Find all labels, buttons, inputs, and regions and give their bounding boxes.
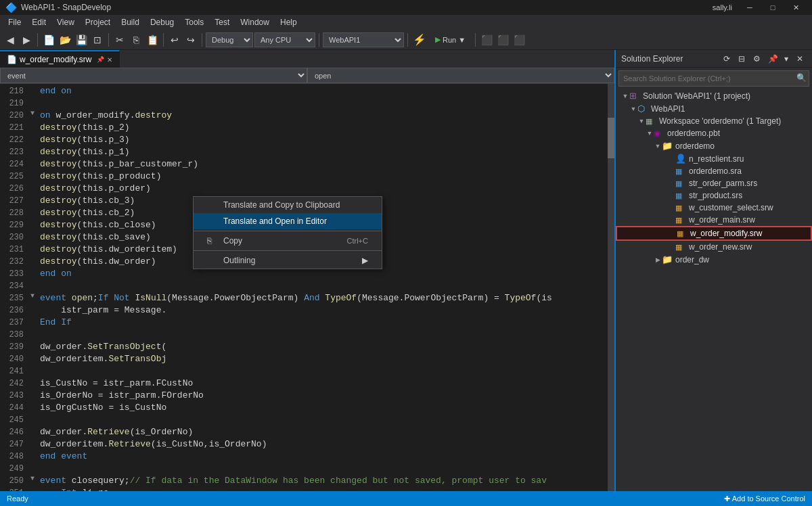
se-sync-btn[interactable]: ⟳ bbox=[720, 52, 734, 66]
tree-item-orderdemosra[interactable]: ▶ ▦ orderdemo.sra bbox=[616, 165, 812, 177]
folder-icon: 📁 bbox=[662, 141, 673, 151]
sru-icon: 👤 bbox=[675, 154, 686, 164]
se-chevron-btn[interactable]: ▾ bbox=[780, 52, 793, 66]
ctx-outlining-label: Outlining bbox=[223, 256, 255, 265]
orderdemo-label: orderdemo bbox=[675, 141, 715, 151]
cut-button[interactable]: ✂ bbox=[112, 32, 127, 47]
code-line: 218 end on bbox=[0, 85, 614, 97]
scope-dropdown[interactable]: event bbox=[0, 68, 307, 83]
strproduct-label: str_product.srs bbox=[689, 191, 742, 200]
solution-arrow: ▼ bbox=[621, 93, 629, 99]
vertical-scrollbar[interactable] bbox=[608, 84, 614, 491]
editor-tab-active[interactable]: 📄 w_order_modify.srw 📌 ✕ bbox=[0, 50, 120, 68]
scrollbar-thumb[interactable] bbox=[608, 118, 614, 158]
pbt-label: orderdemo.pbt bbox=[667, 129, 720, 138]
forward-button[interactable]: ▶ bbox=[19, 32, 34, 47]
undo-button[interactable]: ↩ bbox=[167, 32, 182, 47]
tree-item-wordermain[interactable]: ▶ ▦ w_order_main.srw bbox=[616, 214, 812, 226]
open-button[interactable]: 📂 bbox=[58, 32, 72, 47]
menu-edit[interactable]: Edit bbox=[26, 16, 51, 28]
status-right: ✚ Add to Source Control bbox=[724, 495, 805, 503]
orderdw-arrow: ▶ bbox=[654, 256, 662, 263]
nrestclient-label: n_restclient.sru bbox=[689, 154, 744, 164]
new-button[interactable]: 📄 bbox=[41, 32, 56, 47]
toolbar-extra-2[interactable]: ⬛ bbox=[495, 32, 510, 47]
solution-explorer: Solution Explorer ⟳ ⊟ ⚙ 📌 ▾ ✕ 🔍 ▼ ⊞ Solu… bbox=[616, 50, 812, 491]
add-to-source-control[interactable]: ✚ Add to Source Control bbox=[724, 495, 805, 503]
ctx-separator-1 bbox=[194, 231, 382, 231]
tree-item-strorderparm[interactable]: ▶ ▦ str_order_parm.srs bbox=[616, 177, 812, 189]
back-button[interactable]: ◀ bbox=[3, 32, 18, 47]
tree-item-pbt[interactable]: ▼ ◉ orderdemo.pbt bbox=[616, 127, 812, 139]
code-line: 247 dw_orderitem.Retrieve(is_CustNo,is_O… bbox=[0, 438, 614, 451]
menu-view[interactable]: View bbox=[51, 16, 80, 28]
webapi1-arrow: ▼ bbox=[629, 106, 637, 112]
code-area[interactable]: 218 end on 219 220 ▼ on w_order_modify.d… bbox=[0, 84, 614, 491]
sra-icon: ▦ bbox=[675, 167, 686, 176]
save-button[interactable]: 💾 bbox=[74, 32, 89, 47]
se-properties-btn[interactable]: ⚙ bbox=[750, 52, 763, 66]
status-left: Ready bbox=[7, 495, 28, 503]
ctx-separator-2 bbox=[194, 250, 382, 251]
orderdemosra-label: orderdemo.sra bbox=[689, 166, 742, 176]
debug-mode-dropdown[interactable]: Debug bbox=[206, 32, 253, 47]
run-button[interactable]: ▶ Run ▼ bbox=[429, 33, 472, 46]
ctx-translate-copy[interactable]: Translate and Copy to Clipboard bbox=[194, 197, 382, 213]
paste-button[interactable]: 📋 bbox=[145, 32, 160, 47]
context-menu: Translate and Copy to Clipboard Translat… bbox=[193, 196, 382, 269]
minimize-button[interactable]: ─ bbox=[739, 1, 761, 14]
srs-icon-2: ▦ bbox=[675, 191, 686, 200]
toolbar-extra-1[interactable]: ⬛ bbox=[479, 32, 494, 47]
redo-button[interactable]: ↪ bbox=[183, 32, 198, 47]
code-line: 245 bbox=[0, 414, 614, 426]
toolbar-extra-3[interactable]: ⬛ bbox=[512, 32, 526, 47]
platform-dropdown[interactable]: Any CPU bbox=[254, 32, 315, 47]
ctx-copy[interactable]: ⎘ Copy Ctrl+C bbox=[194, 233, 382, 249]
ctx-outlining[interactable]: Outlining ▶ bbox=[194, 252, 382, 269]
window-controls: ─ □ ✕ bbox=[739, 1, 807, 14]
menu-window[interactable]: Window bbox=[235, 16, 275, 28]
tab-pin[interactable]: 📌 bbox=[97, 56, 104, 63]
se-close-btn[interactable]: ✕ bbox=[793, 52, 807, 66]
code-line: 240 dw_orderitem.SetTransObj bbox=[0, 353, 614, 365]
se-search-input[interactable] bbox=[618, 70, 809, 87]
copy-button[interactable]: ⎘ bbox=[129, 32, 143, 47]
code-line: 221 destroy(this.p_2) bbox=[0, 122, 614, 134]
menu-test[interactable]: Test bbox=[209, 16, 235, 28]
maximize-button[interactable]: □ bbox=[762, 1, 784, 14]
solution-icon: ⊞ bbox=[629, 91, 640, 101]
menu-file[interactable]: File bbox=[3, 16, 26, 28]
tree-item-wordernew[interactable]: ▶ ▦ w_order_new.srw bbox=[616, 241, 812, 253]
menu-debug[interactable]: Debug bbox=[145, 16, 179, 28]
menu-help[interactable]: Help bbox=[275, 16, 302, 28]
se-pin-btn[interactable]: 📌 bbox=[766, 52, 780, 66]
tree-item-strproduct[interactable]: ▶ ▦ str_product.srs bbox=[616, 189, 812, 202]
code-content: 218 end on 219 220 ▼ on w_order_modify.d… bbox=[0, 84, 614, 491]
tree-item-workspace[interactable]: ▼ ▦ Workspace 'orderdemo' (1 Target) bbox=[616, 115, 812, 127]
ctx-translate-open[interactable]: Translate and Open in Editor bbox=[194, 213, 382, 229]
project-icon: ⬡ bbox=[637, 104, 648, 114]
project-dropdown[interactable]: WebAPI1 bbox=[323, 32, 404, 47]
code-line: 244 is_OrgCustNo = is_CustNo bbox=[0, 402, 614, 414]
tree-item-wcustomerselect[interactable]: ▶ ▦ w_customer_select.srw bbox=[616, 202, 812, 214]
menu-tools[interactable]: Tools bbox=[179, 16, 209, 28]
tab-close-btn[interactable]: ✕ bbox=[107, 56, 112, 64]
menu-project[interactable]: Project bbox=[80, 16, 116, 28]
close-button[interactable]: ✕ bbox=[785, 1, 807, 14]
se-collapse-btn[interactable]: ⊟ bbox=[735, 52, 748, 66]
tree-item-solution[interactable]: ▼ ⊞ Solution 'WebAPI1' (1 project) bbox=[616, 89, 812, 102]
workspace-label: Workspace 'orderdemo' (1 Target) bbox=[659, 116, 781, 126]
menu-build[interactable]: Build bbox=[116, 16, 145, 28]
tab-label: w_order_modify.srw bbox=[20, 55, 91, 64]
save-all-button[interactable]: ⊡ bbox=[90, 32, 105, 47]
tree-item-orderdemo[interactable]: ▼ 📁 orderdemo bbox=[616, 139, 812, 152]
member-dropdown[interactable]: open bbox=[307, 68, 614, 83]
code-line: 248 end event bbox=[0, 451, 614, 463]
code-line: 246 dw_order.Retrieve(is_OrderNo) bbox=[0, 426, 614, 438]
tree-item-wordermodify[interactable]: ▶ ▦ w_order_modify.srw bbox=[616, 226, 812, 241]
tree-item-webapi1[interactable]: ▼ ⬡ WebAPI1 bbox=[616, 102, 812, 115]
tree-item-orderdw[interactable]: ▶ 📁 order_dw bbox=[616, 253, 812, 266]
user-label: sally.li bbox=[713, 3, 732, 12]
srw-icon-4: ▦ bbox=[675, 243, 686, 252]
tree-item-nrestclient[interactable]: ▶ 👤 n_restclient.sru bbox=[616, 152, 812, 165]
